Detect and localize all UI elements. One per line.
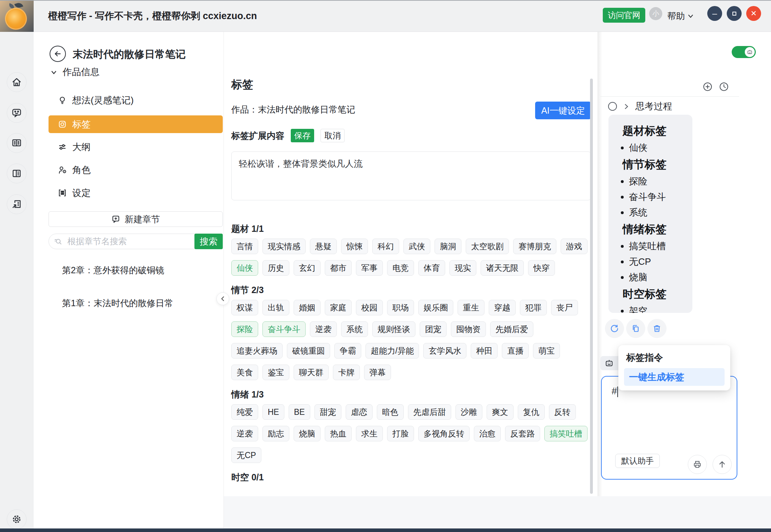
tag-chip[interactable]: 纯爱	[231, 404, 258, 420]
tag-chip[interactable]: 直播	[502, 343, 529, 359]
tag-chip[interactable]: 娱乐圈	[418, 300, 453, 315]
tag-chip[interactable]: 逆袭	[310, 321, 337, 337]
feedback-chat-icon[interactable]	[7, 103, 27, 123]
tag-chip[interactable]: 弹幕	[364, 365, 391, 380]
collapse-panel-button[interactable]	[216, 292, 229, 305]
maximize-button[interactable]	[727, 6, 742, 21]
close-button[interactable]: ✕	[746, 6, 761, 21]
back-button[interactable]	[50, 46, 66, 62]
tag-chip[interactable]: 治愈	[474, 426, 501, 441]
tag-chip[interactable]: 美食	[231, 365, 258, 380]
scrollbar[interactable]	[590, 79, 593, 494]
minimize-button[interactable]: –	[707, 6, 722, 21]
tag-chip[interactable]: 追妻火葬场	[231, 343, 283, 359]
chapter-search-button[interactable]: 搜索	[194, 234, 223, 249]
chapter-item[interactable]: 第1章：末法时代的散修日常	[62, 297, 173, 309]
tag-chip[interactable]: 校园	[356, 300, 383, 315]
ai-setup-button[interactable]: AI一键设定	[535, 102, 591, 119]
tag-chip[interactable]: 仙侠	[231, 260, 258, 276]
sidebar-item-tags[interactable]: 标签	[49, 115, 223, 133]
new-chapter-button[interactable]: 新建章节	[49, 211, 223, 227]
tag-chip[interactable]: 悬疑	[310, 239, 337, 254]
section-toggle-work-info[interactable]: 作品信息	[50, 66, 100, 78]
tag-chip[interactable]: 现实	[449, 260, 476, 276]
settings-icon[interactable]	[7, 509, 27, 529]
new-chat-icon[interactable]	[703, 82, 713, 92]
copy-icon[interactable]	[626, 319, 645, 338]
tag-chip[interactable]: 科幻	[372, 239, 399, 254]
sidebar-item-characters[interactable]: 角色	[49, 161, 223, 179]
tag-chip[interactable]: 电竞	[387, 260, 414, 276]
tag-chip[interactable]: 甜宠	[314, 404, 341, 420]
send-icon[interactable]	[713, 455, 732, 474]
tag-chip[interactable]: HE	[262, 404, 284, 420]
tag-chip[interactable]: 反转	[549, 404, 576, 420]
chat-input-box[interactable]: # 默认助手	[601, 376, 737, 480]
chapter-item[interactable]: 第2章：意外获得的破铜镜	[62, 264, 164, 276]
tag-chip[interactable]: 太空歌剧	[466, 239, 509, 254]
tag-chip[interactable]: 先虐后甜	[408, 404, 451, 420]
tag-chip[interactable]: 破镜重圆	[287, 343, 330, 359]
sidebar-item-settings-book[interactable]: 设定	[49, 184, 223, 202]
tag-chip[interactable]: 惊悚	[341, 239, 368, 254]
tag-chip[interactable]: 烧脑	[294, 426, 321, 441]
tag-chip[interactable]: 历史	[262, 260, 289, 276]
tag-chip[interactable]: 萌宝	[533, 343, 560, 359]
assistant-toggle[interactable]	[732, 46, 756, 58]
regenerate-icon[interactable]	[605, 319, 624, 338]
tag-chip[interactable]: 武侠	[403, 239, 430, 254]
tag-chip[interactable]: 犯罪	[520, 300, 547, 315]
tag-chip[interactable]: 家庭	[325, 300, 352, 315]
tag-chip[interactable]: 军事	[356, 260, 383, 276]
tag-chip[interactable]: 现实情感	[262, 239, 306, 254]
tag-chip[interactable]: 打脸	[387, 426, 414, 441]
tag-chip[interactable]: 求生	[356, 426, 383, 441]
tag-chip[interactable]: 体育	[418, 260, 445, 276]
tag-chip[interactable]: 快穿	[528, 260, 555, 276]
tag-chip[interactable]: 系统	[341, 321, 368, 337]
expand-content-textarea[interactable]	[231, 151, 591, 200]
tag-chip[interactable]: 都市	[325, 260, 352, 276]
tag-chip[interactable]: 励志	[262, 426, 289, 441]
avatar[interactable]: 小	[649, 7, 662, 20]
tag-chip[interactable]: 规则怪谈	[372, 321, 415, 337]
home-icon[interactable]	[7, 72, 27, 92]
tag-chip[interactable]: 卡牌	[333, 365, 360, 380]
tag-chip[interactable]: 种田	[471, 343, 498, 359]
save-button[interactable]: 保存	[291, 129, 314, 142]
tag-chip[interactable]: 职场	[387, 300, 414, 315]
tag-chip[interactable]: 多视角反转	[418, 426, 470, 441]
tag-chip[interactable]: 沙雕	[455, 404, 482, 420]
tag-chip[interactable]: 超能力/异能	[365, 343, 419, 359]
tag-chip[interactable]: 争霸	[334, 343, 361, 359]
tag-chip[interactable]: 复仇	[518, 404, 545, 420]
tag-chip[interactable]: 丧尸	[551, 300, 578, 315]
help-menu[interactable]: 帮助	[667, 0, 694, 32]
history-icon[interactable]	[719, 82, 729, 92]
tag-chip[interactable]: 赛博朋克	[513, 239, 556, 254]
tag-chip[interactable]: BE	[289, 404, 310, 420]
tag-chip[interactable]: 团宠	[420, 321, 447, 337]
tag-chip[interactable]: 言情	[231, 239, 258, 254]
popup-option[interactable]: 一键生成标签	[624, 368, 725, 386]
sidebar-item-ideas[interactable]: 想法(灵感笔记)	[49, 91, 223, 109]
cancel-button[interactable]: 取消	[321, 129, 345, 142]
tag-chip[interactable]: 出轨	[262, 300, 289, 315]
tag-chip[interactable]: 囤物资	[451, 321, 486, 337]
tag-chip[interactable]: 探险	[231, 321, 258, 337]
tag-chip[interactable]: 反套路	[505, 426, 540, 441]
tag-chip[interactable]: 暗色	[377, 404, 404, 420]
delete-icon[interactable]	[647, 319, 667, 338]
tag-chip[interactable]: 聊天群	[294, 365, 329, 380]
tag-chip[interactable]: 重生	[458, 300, 484, 315]
default-assistant-chip[interactable]: 默认助手	[615, 454, 660, 468]
library-icon[interactable]	[7, 133, 27, 153]
export-page-icon[interactable]	[7, 194, 27, 214]
tag-chip[interactable]: 爽文	[487, 404, 514, 420]
tag-chip[interactable]: 逆袭	[231, 426, 258, 441]
tag-chip[interactable]: 搞笑吐槽	[544, 426, 588, 441]
tag-chip[interactable]: 脑洞	[435, 239, 461, 254]
tag-chip[interactable]: 虐恋	[346, 404, 373, 420]
tag-chip[interactable]: 穿越	[489, 300, 516, 315]
thinking-row[interactable]: 思考过程	[608, 100, 672, 113]
